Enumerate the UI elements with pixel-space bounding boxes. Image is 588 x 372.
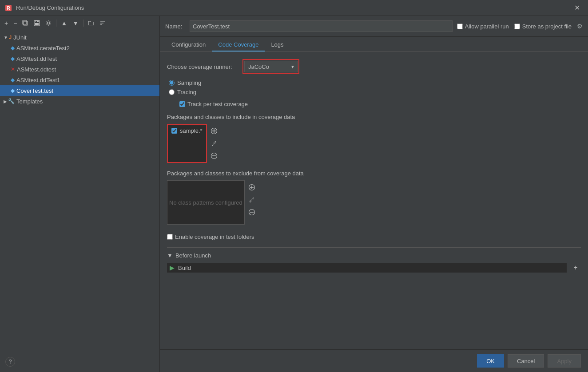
apply-button[interactable]: Apply bbox=[548, 354, 581, 368]
tree-item-label: CoverTest.test bbox=[16, 87, 53, 94]
tracing-label: Tracing bbox=[177, 89, 196, 95]
ok-button[interactable]: OK bbox=[477, 354, 504, 368]
separator-2 bbox=[83, 20, 83, 27]
app-icon: R bbox=[4, 4, 12, 12]
track-per-test-row: Track per test coverage bbox=[167, 101, 581, 107]
folder-button[interactable] bbox=[86, 19, 96, 27]
collapse-before-launch-icon[interactable]: ▼ bbox=[167, 252, 173, 259]
svg-rect-2 bbox=[24, 21, 28, 25]
list-item[interactable]: ◆ ASMtest.ddTest1 bbox=[0, 75, 159, 85]
selected-config-item[interactable]: ◆ CoverTest.test bbox=[0, 85, 159, 96]
list-item[interactable]: ◆ ASMtest.ddTest bbox=[0, 53, 159, 64]
include-section: Packages and classes to include in cover… bbox=[167, 114, 581, 163]
separator-1 bbox=[56, 20, 56, 27]
add-config-button[interactable]: + bbox=[3, 19, 10, 28]
include-list-content: sample.* bbox=[168, 125, 206, 162]
svg-text:R: R bbox=[7, 6, 10, 11]
svg-point-8 bbox=[48, 22, 50, 24]
tree-item-label: ASMtest.ddTest bbox=[16, 55, 57, 62]
junit-label: JUnit bbox=[13, 34, 27, 41]
content-area: Choose coverage runner: JaCoCo IDEA ▼ Sa… bbox=[160, 52, 588, 349]
store-as-project-checkbox[interactable] bbox=[514, 24, 520, 29]
expand-templates-icon: ▶ bbox=[4, 99, 7, 104]
dialog-title: Run/Debug Configurations bbox=[16, 4, 571, 11]
move-down-button[interactable]: ▼ bbox=[71, 19, 80, 28]
allow-parallel-checkbox[interactable] bbox=[457, 24, 463, 29]
track-per-test-checkbox[interactable] bbox=[179, 101, 185, 107]
include-section-label: Packages and classes to include in cover… bbox=[167, 114, 581, 120]
save-config-button[interactable] bbox=[32, 19, 42, 27]
list-item[interactable]: ◆ ASMtest.cerateTest2 bbox=[0, 43, 159, 53]
templates-group[interactable]: ▶ 🔧 Templates bbox=[0, 96, 159, 107]
allow-parallel-label: Allow parallel run bbox=[465, 23, 509, 30]
name-input[interactable] bbox=[190, 20, 453, 32]
coverage-runner-highlight: JaCoCo IDEA ▼ bbox=[242, 59, 299, 74]
include-add-button[interactable] bbox=[209, 126, 219, 136]
wrench-icon: 🔧 bbox=[8, 98, 15, 104]
sampling-radio-label[interactable]: Sampling bbox=[169, 79, 581, 86]
main-container: + − ▲ ▼ ▼ bbox=[0, 16, 588, 372]
tree-item-label: ASMtest.ddTest1 bbox=[16, 77, 60, 83]
include-remove-button[interactable] bbox=[209, 150, 219, 161]
enable-coverage-checkbox-label[interactable]: Enable coverage in test folders bbox=[167, 233, 254, 240]
left-panel: + − ▲ ▼ ▼ bbox=[0, 16, 160, 372]
tracing-radio-label[interactable]: Tracing bbox=[169, 89, 581, 95]
junit-group[interactable]: ▼ J JUnit bbox=[0, 32, 159, 43]
config-tree: ▼ J JUnit ◆ ASMtest.cerateTest2 ◆ ASMtes… bbox=[0, 30, 159, 372]
templates-label: Templates bbox=[16, 98, 43, 105]
sampling-radio[interactable] bbox=[169, 80, 175, 86]
selected-test-icon: ◆ bbox=[11, 87, 15, 94]
enable-coverage-row: Enable coverage in test folders bbox=[167, 232, 581, 240]
allow-parallel-checkbox-label[interactable]: Allow parallel run bbox=[457, 23, 509, 30]
svg-rect-7 bbox=[36, 21, 37, 22]
include-list: sample.* bbox=[167, 124, 207, 163]
exclude-remove-button[interactable] bbox=[246, 207, 257, 218]
svg-rect-3 bbox=[23, 20, 27, 24]
tab-code-coverage[interactable]: Code Coverage bbox=[212, 39, 265, 51]
track-per-test-checkbox-label[interactable]: Track per test coverage bbox=[179, 101, 581, 107]
cancel-button[interactable]: Cancel bbox=[508, 354, 544, 368]
include-edit-button[interactable] bbox=[209, 138, 219, 149]
help-label: ? bbox=[9, 359, 12, 365]
move-up-button[interactable]: ▲ bbox=[59, 19, 69, 28]
build-item: ▶ Build bbox=[167, 263, 567, 273]
junit-icon: J bbox=[9, 35, 12, 40]
settings-config-button[interactable] bbox=[44, 19, 53, 27]
coverage-runner-select[interactable]: JaCoCo IDEA bbox=[244, 61, 298, 72]
exclude-list-actions bbox=[245, 180, 259, 225]
include-item-checkbox[interactable] bbox=[171, 128, 177, 134]
remove-config-button[interactable]: − bbox=[12, 19, 19, 28]
exclude-list-content: No class patterns configured bbox=[167, 181, 244, 224]
sort-button[interactable] bbox=[98, 19, 107, 27]
sampling-label: Sampling bbox=[177, 79, 201, 86]
expand-junit-icon: ▼ bbox=[4, 35, 8, 40]
bottom-bar: OK Cancel Apply bbox=[160, 349, 588, 372]
enable-coverage-checkbox[interactable] bbox=[167, 234, 173, 240]
before-launch-add-button[interactable]: + bbox=[570, 262, 581, 273]
include-item-label: sample.* bbox=[180, 127, 203, 134]
build-arrow-icon: ▶ bbox=[170, 264, 175, 271]
coverage-runner-row: Choose coverage runner: JaCoCo IDEA ▼ bbox=[167, 59, 581, 74]
exclude-edit-button[interactable] bbox=[246, 194, 257, 205]
tracing-radio[interactable] bbox=[169, 89, 175, 95]
exclude-add-button[interactable] bbox=[246, 182, 257, 193]
track-per-test-label: Track per test coverage bbox=[187, 101, 248, 107]
help-button[interactable]: ? bbox=[5, 357, 15, 367]
list-item[interactable]: ✕ ASMtest.ddtest bbox=[0, 64, 159, 75]
no-patterns-label: No class patterns configured bbox=[169, 199, 242, 206]
tab-configuration[interactable]: Configuration bbox=[165, 39, 212, 51]
include-list-actions bbox=[207, 124, 221, 163]
include-list-container: sample.* bbox=[167, 124, 581, 163]
title-bar: R Run/Debug Configurations ✕ bbox=[0, 0, 588, 16]
exclude-list-container: No class patterns configured bbox=[167, 180, 581, 225]
exclude-list: No class patterns configured bbox=[167, 180, 245, 225]
store-as-project-checkbox-label[interactable]: Store as project file bbox=[514, 23, 572, 30]
tab-logs[interactable]: Logs bbox=[265, 39, 290, 51]
settings-gear-icon[interactable]: ⚙ bbox=[577, 23, 583, 30]
tree-item-label: ASMtest.cerateTest2 bbox=[16, 45, 70, 51]
copy-config-button[interactable] bbox=[20, 19, 30, 27]
svg-rect-5 bbox=[35, 23, 39, 25]
before-launch-section: ▼ Before launch ▶ Build + bbox=[167, 247, 581, 273]
close-button[interactable]: ✕ bbox=[571, 2, 584, 14]
header-options: Allow parallel run Store as project file… bbox=[457, 23, 583, 30]
